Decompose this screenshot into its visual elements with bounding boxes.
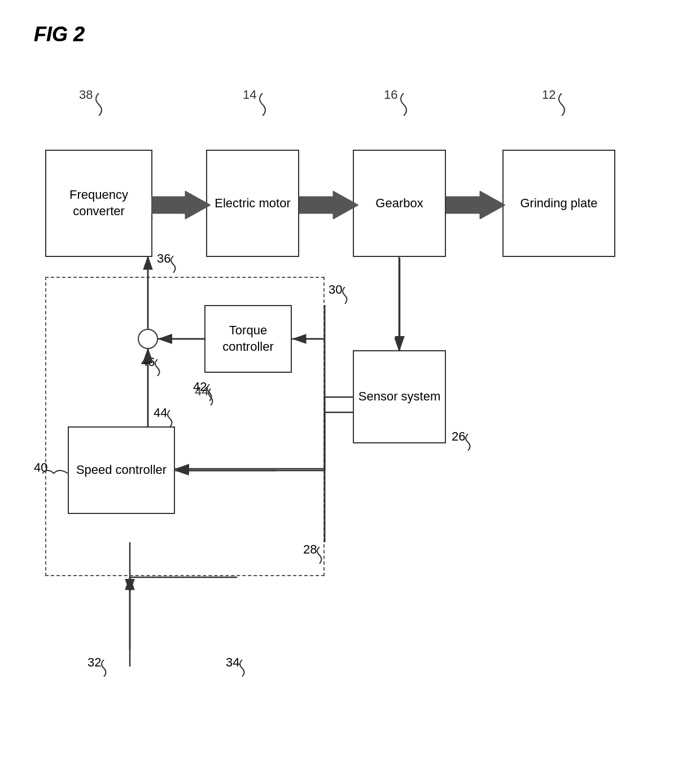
summing-junction — [138, 329, 158, 349]
speed-controller-box: Speed controller — [68, 426, 175, 514]
sensor-system-box: Sensor system — [353, 350, 446, 443]
svg-marker-16 — [151, 191, 211, 219]
grinding-plate-box: Grinding plate — [502, 150, 615, 257]
svg-marker-17 — [299, 191, 358, 219]
frequency-converter-box: Frequency converter — [45, 150, 152, 257]
svg-marker-18 — [446, 191, 505, 219]
gearbox-box: Gearbox — [353, 150, 446, 257]
diagram-container: FIG 2 — [0, 0, 700, 758]
torque-controller-box: Torque controller — [204, 305, 292, 373]
fig-title: FIG 2 — [34, 23, 85, 46]
electric-motor-box: Electric motor — [206, 150, 299, 257]
